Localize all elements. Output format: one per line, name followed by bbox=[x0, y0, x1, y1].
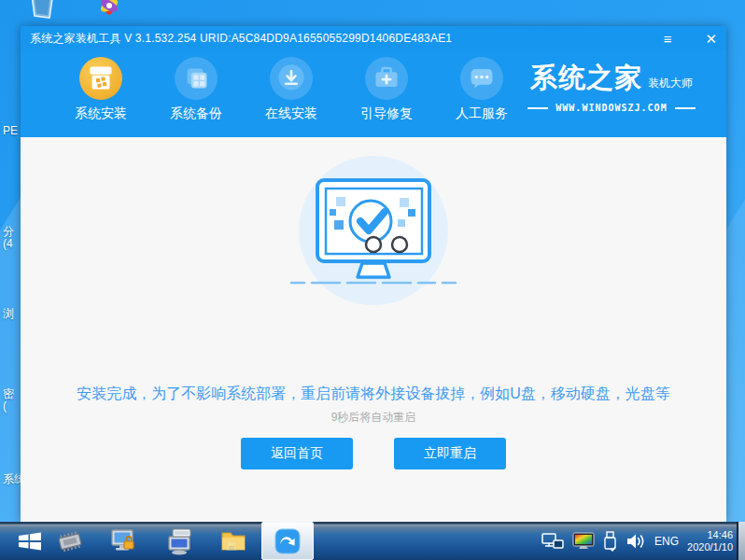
nav-label: 系统安装 bbox=[75, 105, 127, 122]
menu-icon[interactable]: ≡ bbox=[664, 32, 672, 46]
taskbar-item-memory-tool[interactable] bbox=[50, 522, 91, 560]
nav-label: 人工服务 bbox=[456, 105, 508, 122]
windows-logo-icon bbox=[16, 527, 44, 555]
language-indicator[interactable]: ENG bbox=[654, 535, 679, 548]
logo-dash bbox=[527, 107, 548, 109]
desktop-label-fragment: PE bbox=[3, 124, 18, 137]
brand-name: 系统之家 bbox=[530, 60, 642, 97]
success-illustration bbox=[280, 145, 467, 316]
brand-site: WWW.WINDOWSZJ.COM bbox=[555, 103, 667, 113]
window-title: 系统之家装机工具 V 3.1.532.254 URID:A5C84DD9A165… bbox=[30, 31, 452, 47]
taskbar-item-lock-screen-tool[interactable] bbox=[103, 522, 144, 560]
usb-device-icon[interactable] bbox=[603, 531, 617, 552]
folder-icon bbox=[218, 527, 248, 555]
clock-date: 2020/1/10 bbox=[687, 541, 733, 553]
nav-label: 系统备份 bbox=[170, 105, 222, 122]
nav-item-boot-repair[interactable]: 引导修复 bbox=[339, 50, 434, 137]
system-backup-icon bbox=[175, 57, 218, 100]
keyboard-monitor-icon bbox=[163, 527, 195, 555]
taskbar-clock[interactable]: 14:46 2020/1/10 bbox=[687, 529, 733, 553]
volume-icon[interactable] bbox=[626, 532, 646, 551]
logo-dash bbox=[675, 107, 696, 109]
nav-item-system-backup[interactable]: 系统备份 bbox=[148, 50, 244, 137]
button-row: 返回首页 立即重启 bbox=[21, 438, 726, 469]
memory-chip-icon bbox=[55, 527, 87, 555]
nav-bar: 系统安装 系统备份 bbox=[21, 50, 726, 137]
nav-label: 在线安装 bbox=[265, 105, 317, 122]
close-icon[interactable]: ✕ bbox=[705, 32, 717, 46]
taskbar-item-installer-app-active[interactable] bbox=[261, 522, 314, 560]
return-home-button[interactable]: 返回首页 bbox=[241, 438, 353, 469]
desktop-icon-pinwheel[interactable] bbox=[93, 0, 125, 25]
desktop: PE 分 (4 浏 密 ( 系统 系统之家装机工具 V 3.1.532.254 … bbox=[0, 0, 745, 560]
restart-now-button[interactable]: 立即重启 bbox=[394, 438, 506, 469]
clock-time: 14:46 bbox=[687, 529, 733, 541]
show-desktop-button[interactable] bbox=[737, 522, 745, 560]
network-icon[interactable] bbox=[541, 533, 564, 550]
display-settings-icon[interactable] bbox=[572, 532, 595, 551]
completion-message: 安装完成，为了不影响系统部署，重启前请将外接设备拔掉，例如U盘，移动硬盘，光盘等 bbox=[21, 385, 726, 404]
system-tray: ENG 14:46 2020/1/10 bbox=[541, 522, 733, 560]
taskbar-item-input-tool[interactable] bbox=[159, 522, 200, 560]
system-install-icon bbox=[79, 57, 122, 100]
desktop-label-fragment: (4 bbox=[3, 237, 13, 250]
brand-tagline: 装机大师 bbox=[648, 76, 693, 91]
start-button[interactable] bbox=[9, 522, 50, 560]
online-install-icon bbox=[270, 57, 313, 100]
boot-repair-icon bbox=[365, 57, 408, 100]
taskbar-item-file-explorer[interactable] bbox=[213, 522, 254, 560]
desktop-label-fragment: ( bbox=[3, 399, 7, 413]
titlebar[interactable]: 系统之家装机工具 V 3.1.532.254 URID:A5C84DD9A165… bbox=[21, 26, 726, 50]
nav-label: 引导修复 bbox=[360, 105, 413, 122]
desktop-label-fragment: 浏 bbox=[3, 306, 14, 322]
nav-item-online-install[interactable]: 在线安装 bbox=[244, 50, 339, 137]
taskbar: ENG 14:46 2020/1/10 bbox=[0, 522, 745, 560]
restart-countdown: 9秒后将自动重启 bbox=[21, 410, 726, 426]
manual-service-icon bbox=[460, 57, 503, 100]
desktop-icon-monitor[interactable] bbox=[28, 0, 56, 22]
main-content: 安装完成，为了不影响系统部署，重启前请将外接设备拔掉，例如U盘，移动硬盘，光盘等… bbox=[21, 137, 726, 522]
brand-logo: 系统之家 装机大师 WWW.WINDOWSZJ.COM bbox=[513, 60, 710, 113]
nav-item-system-install[interactable]: 系统安装 bbox=[53, 50, 148, 137]
installer-window: 系统之家装机工具 V 3.1.532.254 URID:A5C84DD9A165… bbox=[21, 26, 726, 522]
monitor-lock-icon bbox=[108, 527, 138, 555]
installer-app-icon bbox=[273, 526, 302, 556]
